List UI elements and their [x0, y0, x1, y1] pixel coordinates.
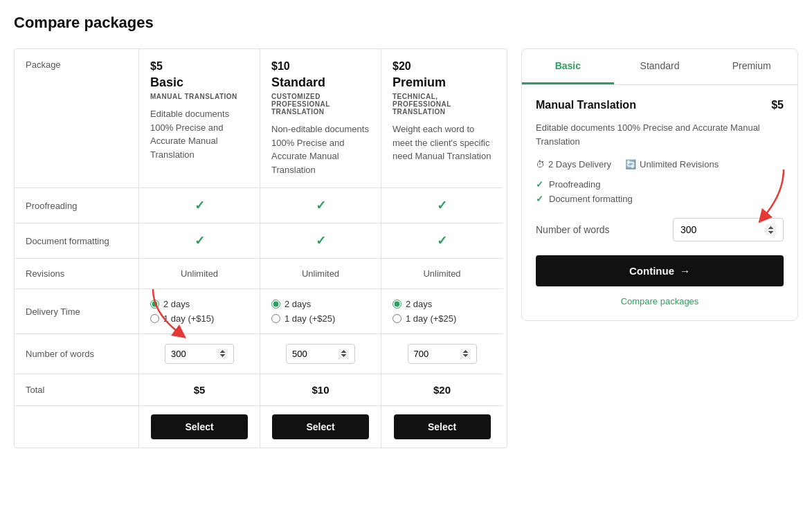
basic-name: Basic [150, 75, 249, 90]
premium-proofreading: ✓ [381, 188, 503, 223]
standard-proofreading: ✓ [260, 188, 381, 223]
basic-select-cell: Select [139, 406, 260, 448]
compare-packages-link[interactable]: Compare packages [536, 296, 784, 306]
premium-total: $20 [381, 374, 503, 406]
right-panel: Basic Standard Premium Manual Translatio… [521, 48, 798, 321]
standard-description: Non-editable documents 100% Precise and … [271, 124, 369, 175]
panel-words-input[interactable] [673, 218, 784, 241]
delivery-label: Delivery Time [15, 289, 139, 334]
premium-delivery: 2 days 1 day (+$25) [381, 289, 503, 334]
page-title: Compare packages [14, 14, 798, 32]
formatting-label: Document formatting [15, 223, 139, 259]
tab-basic[interactable]: Basic [522, 49, 614, 84]
standard-revisions: Unlimited [260, 259, 381, 289]
basic-words-input[interactable] [165, 344, 234, 364]
package-row-label: Package [26, 59, 61, 70]
words-row-label: Number of words [15, 334, 139, 374]
standard-words-cell [260, 334, 381, 374]
premium-formatting: ✓ [381, 223, 503, 259]
revisions-meta-label: Unlimited Revisions [640, 159, 719, 169]
standard-2days-label: 2 days [285, 299, 311, 309]
feature-proofreading: ✓ Proofreading [536, 179, 784, 190]
standard-1day-label: 1 day (+$25) [285, 313, 335, 324]
standard-subtitle: CUSTOMIZED PROFESSIONAL TRANSLATION [271, 93, 370, 116]
feature-check-icon: ✓ [536, 194, 543, 204]
standard-package-header: $10 Standard CUSTOMIZED PROFESSIONAL TRA… [260, 49, 381, 188]
premium-2days-label: 2 days [406, 299, 432, 309]
clock-icon: ⏱ [536, 159, 545, 169]
premium-name: Premium [393, 75, 491, 90]
continue-label: Continue [629, 265, 674, 277]
feature-formatting: ✓ Document formatting [536, 194, 784, 204]
delivery-meta-label: 2 Days Delivery [548, 159, 611, 169]
basic-proofreading: ✓ [139, 188, 260, 223]
panel-words-label: Number of words [536, 224, 610, 235]
check-icon: ✓ [437, 233, 447, 248]
premium-words-cell [381, 334, 503, 374]
premium-2days-radio[interactable] [393, 300, 402, 309]
feature-formatting-label: Document formatting [549, 194, 633, 204]
check-icon: ✓ [437, 198, 447, 213]
standard-delivery: 2 days 1 day (+$25) [260, 289, 381, 334]
premium-select-cell: Select [381, 406, 503, 448]
tab-standard[interactable]: Standard [614, 49, 706, 84]
premium-description: Weight each word to meet the client's sp… [393, 124, 491, 161]
basic-1day-radio[interactable] [150, 314, 159, 323]
basic-select-button[interactable]: Select [151, 414, 248, 439]
continue-button[interactable]: Continue → [536, 255, 784, 286]
standard-price: $10 [271, 60, 370, 73]
basic-subtitle: MANUAL TRANSLATION [150, 93, 249, 100]
basic-words-cell [139, 334, 260, 374]
panel-price: $5 [771, 99, 784, 111]
continue-arrow-icon: → [680, 265, 690, 277]
tab-premium[interactable]: Premium [705, 49, 797, 84]
premium-words-input[interactable] [408, 344, 477, 364]
basic-total: $5 [139, 374, 260, 406]
feature-check-icon: ✓ [536, 179, 543, 190]
panel-title-row: Manual Translation $5 [536, 99, 784, 111]
package-tabs: Basic Standard Premium [522, 49, 797, 85]
basic-1day-label: 1 day (+$15) [163, 313, 214, 324]
total-row-label: Total [15, 374, 139, 406]
basic-package-header: $5 Basic MANUAL TRANSLATION Editable doc… [139, 49, 260, 188]
standard-1day-radio[interactable] [271, 314, 280, 323]
premium-package-header: $20 Premium TECHNICAL, PROFESSIONAL TRAN… [381, 49, 503, 188]
comparison-table: Package $5 Basic MANUAL TRANSLATION Edit… [14, 48, 507, 448]
proofreading-label: Proofreading [15, 188, 139, 223]
premium-price: $20 [393, 60, 491, 73]
feature-proofreading-label: Proofreading [549, 179, 600, 190]
panel-title: Manual Translation [536, 99, 636, 111]
check-icon: ✓ [316, 233, 326, 248]
check-icon: ✓ [195, 198, 205, 213]
check-icon: ✓ [195, 233, 205, 248]
panel-description: Editable documents 100% Precise and Accu… [536, 121, 784, 148]
panel-features: ✓ Proofreading ✓ Document formatting [536, 179, 784, 204]
panel-meta: ⏱ 2 Days Delivery 🔄 Unlimited Revisions [536, 159, 784, 169]
standard-formatting: ✓ [260, 223, 381, 259]
check-icon: ✓ [316, 198, 326, 213]
refresh-icon: 🔄 [625, 159, 636, 169]
basic-2days-radio[interactable] [150, 300, 159, 309]
standard-select-cell: Select [260, 406, 381, 448]
standard-2days-radio[interactable] [271, 300, 280, 309]
standard-words-input[interactable] [286, 344, 355, 364]
premium-1day-radio[interactable] [393, 314, 402, 323]
basic-price: $5 [150, 60, 249, 73]
panel-words-row: Number of words [536, 218, 784, 241]
select-label-empty [15, 406, 139, 448]
standard-select-button[interactable]: Select [272, 414, 369, 439]
premium-1day-label: 1 day (+$25) [406, 313, 456, 324]
standard-total: $10 [260, 374, 381, 406]
delivery-meta: ⏱ 2 Days Delivery [536, 159, 611, 169]
basic-formatting: ✓ [139, 223, 260, 259]
basic-revisions: Unlimited [139, 259, 260, 289]
revisions-meta: 🔄 Unlimited Revisions [625, 159, 719, 169]
premium-subtitle: TECHNICAL, PROFESSIONAL TRANSLATION [393, 93, 491, 116]
revisions-label: Revisions [15, 259, 139, 289]
premium-select-button[interactable]: Select [394, 414, 491, 439]
basic-delivery: 2 days 1 day (+$15) [139, 289, 260, 334]
basic-description: Editable documents 100% Precise and Accu… [150, 109, 229, 160]
standard-name: Standard [271, 75, 370, 90]
basic-2days-label: 2 days [163, 299, 190, 309]
premium-revisions: Unlimited [381, 259, 503, 289]
